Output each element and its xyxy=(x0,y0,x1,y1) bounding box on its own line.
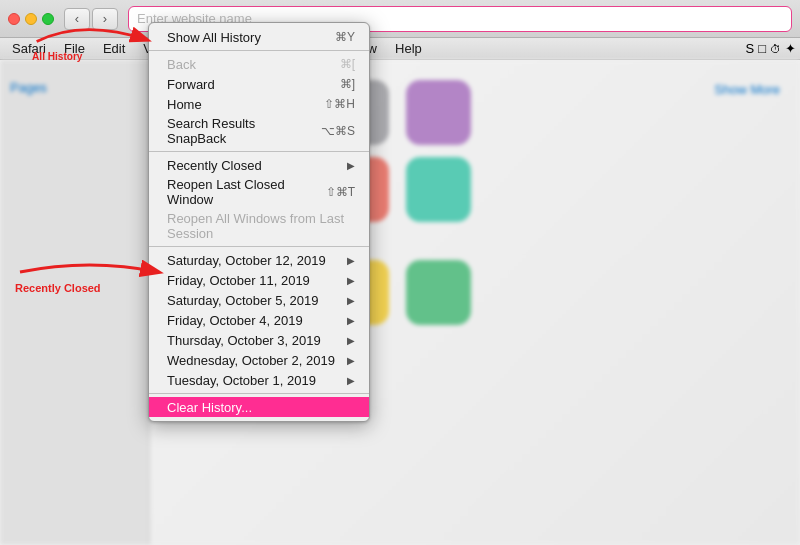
background-content: Pages Show More Frequently Visited xyxy=(0,60,800,545)
bg-sidebar: Pages xyxy=(0,60,150,545)
nav-buttons: ‹ › xyxy=(64,8,118,30)
menu-snapback[interactable]: Search Results SnapBack ⌥⌘S xyxy=(149,114,369,148)
screen-icon: □ xyxy=(758,41,766,56)
menu-file[interactable]: File xyxy=(56,40,93,57)
app-icon-4 xyxy=(406,80,471,145)
back-nav-button[interactable]: ‹ xyxy=(64,8,90,30)
menu-divider-3 xyxy=(149,246,369,247)
show-more-link: Show More xyxy=(714,82,780,97)
menu-help[interactable]: Help xyxy=(387,40,430,57)
traffic-lights xyxy=(8,13,54,25)
menu-fri-oct11[interactable]: Friday, October 11, 2019 ▶ xyxy=(149,270,369,290)
menu-divider-4 xyxy=(149,393,369,394)
menu-sat-oct5[interactable]: Saturday, October 5, 2019 ▶ xyxy=(149,290,369,310)
menu-tue-oct1[interactable]: Tuesday, October 1, 2019 ▶ xyxy=(149,370,369,390)
dropdown-menu: Show All History ⌘Y Back ⌘[ Forward ⌘] H… xyxy=(148,22,370,422)
title-bar: ‹ › Enter website name xyxy=(0,0,800,38)
close-button[interactable] xyxy=(8,13,20,25)
menu-divider-2 xyxy=(149,151,369,152)
time-icon: ⏱ xyxy=(770,43,781,55)
menu-thu-oct3[interactable]: Thursday, October 3, 2019 ▶ xyxy=(149,330,369,350)
menu-reopen-last[interactable]: Reopen Last Closed Window ⇧⌘T xyxy=(149,175,369,209)
menu-safari[interactable]: Safari xyxy=(4,40,54,57)
menu-home[interactable]: Home ⇧⌘H xyxy=(149,94,369,114)
app-icon-8 xyxy=(406,157,471,222)
menu-forward[interactable]: Forward ⌘] xyxy=(149,74,369,94)
forward-nav-button[interactable]: › xyxy=(92,8,118,30)
skype-icon: S xyxy=(745,41,754,56)
menu-edit[interactable]: Edit xyxy=(95,40,133,57)
menu-fri-oct4[interactable]: Friday, October 4, 2019 ▶ xyxy=(149,310,369,330)
menu-show-all-history[interactable]: Show All History ⌘Y xyxy=(149,27,369,47)
menu-reopen-all: Reopen All Windows from Last Session xyxy=(149,209,369,243)
menu-sat-oct12[interactable]: Saturday, October 12, 2019 ▶ xyxy=(149,250,369,270)
bg-sidebar-label: Pages xyxy=(0,60,149,115)
history-dropdown: Show All History ⌘Y Back ⌘[ Forward ⌘] H… xyxy=(148,22,370,422)
menu-divider-1 xyxy=(149,50,369,51)
menu-clear-history[interactable]: Clear History... xyxy=(149,397,369,417)
menu-bar: Safari File Edit View History Bookmarks … xyxy=(0,38,800,60)
bluetooth-icon: ✦ xyxy=(785,41,796,56)
menu-back: Back ⌘[ xyxy=(149,54,369,74)
menu-wed-oct2[interactable]: Wednesday, October 2, 2019 ▶ xyxy=(149,350,369,370)
menu-recently-closed[interactable]: Recently Closed ▶ xyxy=(149,155,369,175)
safari-window: ‹ › Enter website name Safari File Edit … xyxy=(0,0,800,545)
app-icon-12 xyxy=(406,260,471,325)
menu-right-icons: S □ ⏱ ✦ xyxy=(745,41,796,56)
fullscreen-button[interactable] xyxy=(42,13,54,25)
minimize-button[interactable] xyxy=(25,13,37,25)
